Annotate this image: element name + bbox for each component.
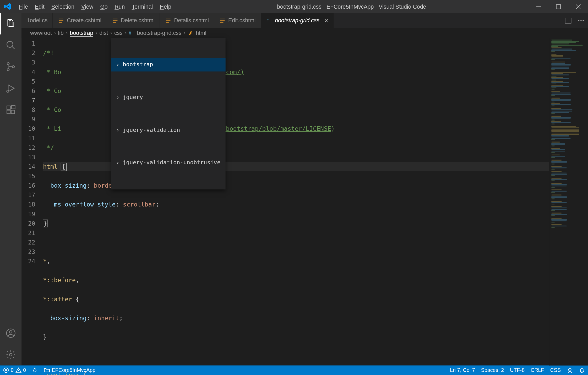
split-editor-icon[interactable] xyxy=(565,17,571,24)
tab-bootstrap-grid[interactable]: #bootstrap-grid.css× xyxy=(261,13,334,28)
error-icon xyxy=(3,367,9,373)
dropdown-label: jquery-validation-unobtrusive xyxy=(123,158,220,167)
css-rule-icon xyxy=(188,30,194,36)
svg-rect-0 xyxy=(536,6,541,7)
status-feedback[interactable] xyxy=(564,365,576,375)
tab-label: 1odel.cs xyxy=(27,17,48,24)
breadcrumb-item[interactable]: css xyxy=(114,30,123,36)
debug-icon[interactable] xyxy=(0,78,21,99)
code-content[interactable]: /*! * Botbootstrap.com/) * Co Authors * … xyxy=(43,38,549,366)
search-icon[interactable] xyxy=(0,34,21,56)
tab-details[interactable]: Details.cshtml xyxy=(160,13,215,28)
dropdown-item-jquery-validation[interactable]: ›jquery-validation xyxy=(111,123,226,137)
css-icon: # xyxy=(129,30,135,36)
svg-rect-1 xyxy=(556,4,560,8)
svg-point-6 xyxy=(7,90,9,92)
svg-point-16 xyxy=(578,20,579,21)
tab-model[interactable]: 1odel.cs xyxy=(21,13,53,28)
chevron-right-icon: › xyxy=(116,60,119,69)
minimap[interactable] xyxy=(549,38,588,366)
close-button[interactable] xyxy=(568,0,588,13)
svg-point-18 xyxy=(582,20,584,21)
svg-point-12 xyxy=(9,330,12,333)
svg-point-5 xyxy=(12,66,14,68)
window-controls xyxy=(529,0,588,13)
chevron-right-icon: › xyxy=(116,125,119,135)
chevron-right-icon: › xyxy=(110,30,112,36)
menu-file[interactable]: File xyxy=(15,0,31,13)
menu-edit[interactable]: Edit xyxy=(31,0,48,13)
dropdown-label: jquery xyxy=(123,93,143,102)
chevron-right-icon: › xyxy=(116,93,119,102)
breadcrumb-item[interactable]: html xyxy=(196,30,206,36)
tab-delete[interactable]: Delete.cshtml xyxy=(107,13,160,28)
vscode-window: File Edit Selection View Go Run Terminal… xyxy=(0,0,588,375)
menu-terminal[interactable]: Terminal xyxy=(128,0,156,13)
explorer-icon[interactable] xyxy=(0,13,21,34)
razor-icon xyxy=(112,18,118,24)
dropdown-item-jquery-validation-unobtrusive[interactable]: ›jquery-validation-unobtrusive xyxy=(111,156,226,170)
svg-point-2 xyxy=(7,41,13,47)
status-ports[interactable] xyxy=(29,365,41,375)
maximize-button[interactable] xyxy=(548,0,568,13)
dropdown-item-bootstrap[interactable]: ›bootstrap xyxy=(111,58,226,72)
extensions-icon[interactable] xyxy=(0,99,21,121)
svg-text:#: # xyxy=(266,18,269,23)
breadcrumb-dropdown: ›bootstrap ›jquery ›jquery-validation ›j… xyxy=(111,38,226,189)
chevron-right-icon: › xyxy=(95,30,97,36)
dropdown-item-jquery[interactable]: ›jquery xyxy=(111,90,226,104)
minimize-button[interactable] xyxy=(529,0,548,13)
chevron-right-icon: › xyxy=(184,30,186,36)
svg-rect-8 xyxy=(7,110,10,113)
account-icon[interactable] xyxy=(0,322,21,344)
css-icon: # xyxy=(266,18,273,24)
breadcrumb-item[interactable]: lib xyxy=(58,30,64,36)
menu-view[interactable]: View xyxy=(78,0,97,13)
tab-label: Edit.cshtml xyxy=(228,17,255,24)
menu-go[interactable]: Go xyxy=(97,0,111,13)
svg-point-21 xyxy=(569,368,571,371)
close-icon[interactable]: × xyxy=(325,17,328,24)
chevron-right-icon: › xyxy=(54,30,56,36)
tab-label: Create.cshtml xyxy=(67,17,101,24)
tab-edit[interactable]: Edit.cshtml xyxy=(214,13,261,28)
editor[interactable]: 123456789101112131415161718192021222324 … xyxy=(21,38,588,366)
main-area: 1odel.cs Create.cshtml Delete.cshtml Det… xyxy=(0,13,588,365)
svg-rect-10 xyxy=(12,105,15,109)
status-notifications[interactable] xyxy=(576,365,588,375)
svg-point-13 xyxy=(9,353,12,356)
menu-help[interactable]: Help xyxy=(156,0,175,13)
tab-actions xyxy=(561,13,588,28)
breadcrumb-item[interactable]: bootstrap-grid.css xyxy=(137,30,182,36)
breadcrumb-item[interactable]: wwwroot xyxy=(30,30,52,36)
svg-point-4 xyxy=(7,69,9,71)
svg-rect-9 xyxy=(11,110,15,113)
settings-icon[interactable] xyxy=(0,344,21,365)
flame-icon xyxy=(32,367,38,373)
breadcrumb-item-active[interactable]: bootstrap xyxy=(70,30,93,36)
app-logo xyxy=(0,3,15,10)
tab-create[interactable]: Create.cshtml xyxy=(53,13,107,28)
dropdown-label: jquery-validation xyxy=(123,125,180,135)
menu-selection[interactable]: Selection xyxy=(48,0,78,13)
window-title: bootstrap-grid.css - EFCore5InMvcApp - V… xyxy=(175,3,529,10)
status-problems[interactable]: 0 0 xyxy=(0,365,29,375)
line-numbers: 123456789101112131415161718192021222324 xyxy=(21,38,43,366)
editor-tabs: 1odel.cs Create.cshtml Delete.cshtml Det… xyxy=(21,13,588,28)
dropdown-label: bootstrap xyxy=(123,60,153,69)
razor-icon xyxy=(165,18,171,24)
title-bar: File Edit Selection View Go Run Terminal… xyxy=(0,0,588,13)
menu-run[interactable]: Run xyxy=(111,0,128,13)
chevron-right-icon: › xyxy=(66,30,68,36)
editor-group: 1odel.cs Create.cshtml Delete.cshtml Det… xyxy=(21,13,588,365)
razor-icon xyxy=(220,18,226,24)
breadcrumb-item[interactable]: dist xyxy=(99,30,108,36)
feedback-icon xyxy=(567,367,573,373)
svg-point-3 xyxy=(7,63,9,65)
source-control-icon[interactable] xyxy=(0,56,21,78)
breadcrumb: wwwroot› lib› bootstrap› dist› css› # bo… xyxy=(21,28,588,38)
status-language[interactable]: CSS xyxy=(547,365,564,375)
chevron-right-icon: › xyxy=(125,30,127,36)
razor-icon xyxy=(58,18,64,24)
more-actions-icon[interactable] xyxy=(578,17,584,24)
